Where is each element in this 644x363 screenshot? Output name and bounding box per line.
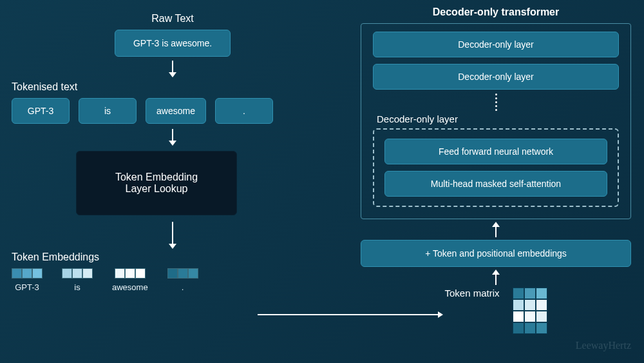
embedding-token-label: awesome [112,282,148,292]
arrow-icon [361,270,631,285]
token-box: is [79,98,137,124]
token-positional-box: + Token and positional embeddings [361,240,631,267]
embedding-line1: Token Embedding [115,172,198,183]
decoder-layer-2: Decoder-only layer [373,64,619,90]
arrow-icon [361,222,631,237]
embedding-cells [167,268,198,279]
token-matrix-label: Token matrix [444,288,499,299]
decoder-frame: Decoder-only layer Decoder-only layer De… [361,23,631,219]
self-attention-box: Multi-head masked self-attention [384,171,607,197]
dotted-connector-icon [373,93,619,111]
embedding-token-label: . [182,282,184,292]
raw-text-label: Raw Text [37,13,308,25]
watermark: LeewayHertz [576,340,631,351]
embedding-token-label: GPT-3 [15,282,39,292]
embedding-lookup-box: Token Embedding Layer Lookup [76,151,237,215]
token-matrix [513,288,547,334]
arrow-icon [37,222,308,249]
token-embeddings-label: Token Embeddings [12,251,308,263]
decoder-inner-frame: Feed forward neural network Multi-head m… [373,128,619,207]
tokenised-label: Tokenised text [12,81,308,93]
embedding-cells [12,268,43,279]
embedding-cells [115,268,146,279]
arrow-icon [37,129,308,146]
token-box: . [215,98,273,124]
inner-layer-title: Decoder-only layer [377,113,619,124]
arrow-icon [37,61,308,77]
embedding-line2: Layer Lookup [126,183,188,195]
raw-text-box: GPT-3 is awesome. [115,30,231,57]
decoder-layer-1: Decoder-only layer [373,32,619,57]
token-box: awesome [146,98,206,124]
embedding-cells [62,268,93,279]
token-row: GPT-3isawesome. [12,98,308,124]
token-box: GPT-3 [12,98,70,124]
embedding-token-label: is [74,282,80,292]
embedding-row: GPT-3isawesome. [12,268,308,292]
decoder-title: Decoder-only transformer [361,6,631,18]
feed-forward-box: Feed forward neural network [384,139,607,164]
